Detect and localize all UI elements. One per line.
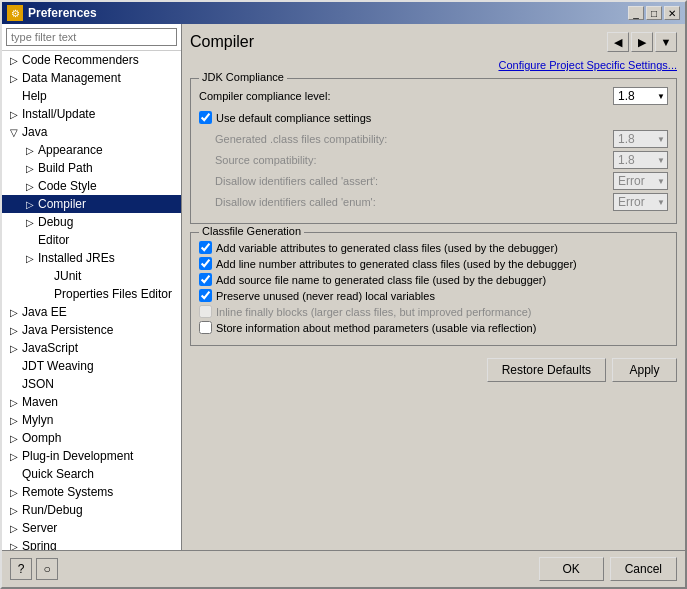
dropdown-arrow-icon: ▼ bbox=[657, 198, 665, 207]
sidebar-item-label: Code Style bbox=[38, 179, 179, 193]
status-button[interactable]: ○ bbox=[36, 558, 58, 580]
disallow-assert-dropdown: Error ▼ bbox=[613, 172, 668, 190]
sidebar-item-properties-files-editor[interactable]: ▷ Properties Files Editor bbox=[2, 285, 181, 303]
sidebar-item-code-recommenders[interactable]: ▷ Code Recommenders bbox=[2, 51, 181, 69]
add-line-number-checkbox[interactable] bbox=[199, 257, 212, 270]
expand-icon: ▷ bbox=[6, 394, 22, 410]
titlebar-left: ⚙ Preferences bbox=[7, 5, 97, 21]
generated-dropdown: 1.8 ▼ bbox=[613, 130, 668, 148]
use-default-checkbox[interactable] bbox=[199, 111, 212, 124]
sidebar-item-label: Compiler bbox=[38, 197, 179, 211]
close-button[interactable]: ✕ bbox=[664, 6, 680, 20]
sidebar-item-quick-search[interactable]: ▷ Quick Search bbox=[2, 465, 181, 483]
generated-row: Generated .class files compatibility: 1.… bbox=[199, 130, 668, 148]
sidebar-item-maven[interactable]: ▷ Maven bbox=[2, 393, 181, 411]
configure-link-container: Configure Project Specific Settings... bbox=[190, 58, 677, 72]
add-source-checkbox[interactable] bbox=[199, 273, 212, 286]
expand-icon: ▷ bbox=[6, 520, 22, 536]
filter-input[interactable] bbox=[6, 28, 177, 46]
window-icon: ⚙ bbox=[7, 5, 23, 21]
titlebar: ⚙ Preferences _ □ ✕ bbox=[2, 2, 685, 24]
sidebar-item-java-persistence[interactable]: ▷ Java Persistence bbox=[2, 321, 181, 339]
store-info-label: Store information about method parameter… bbox=[216, 322, 536, 334]
use-default-label: Use default compliance settings bbox=[216, 112, 371, 124]
sidebar-item-appearance[interactable]: ▷ Appearance bbox=[2, 141, 181, 159]
preferences-window: ⚙ Preferences _ □ ✕ ▷ Code Recommenders bbox=[0, 0, 687, 589]
restore-defaults-button[interactable]: Restore Defaults bbox=[487, 358, 606, 382]
ok-button[interactable]: OK bbox=[539, 557, 604, 581]
jdk-compliance-section: JDK Compliance Compiler compliance level… bbox=[190, 78, 677, 224]
sidebar-item-label: Oomph bbox=[22, 431, 179, 445]
sidebar-item-editor[interactable]: ▷ Editor bbox=[2, 231, 181, 249]
sidebar-item-label: Build Path bbox=[38, 161, 179, 175]
bottom-icons: ? ○ bbox=[10, 558, 58, 580]
sidebar-item-run-debug[interactable]: ▷ Run/Debug bbox=[2, 501, 181, 519]
sidebar-item-label: Plug-in Development bbox=[22, 449, 179, 463]
bottom-buttons: OK Cancel bbox=[539, 557, 677, 581]
add-line-number-label: Add line number attributes to generated … bbox=[216, 258, 577, 270]
sidebar: ▷ Code Recommenders ▷ Data Management ▷ … bbox=[2, 24, 182, 550]
generated-label: Generated .class files compatibility: bbox=[215, 133, 613, 145]
sidebar-item-label: JDT Weaving bbox=[22, 359, 179, 373]
main-content: ▷ Code Recommenders ▷ Data Management ▷ … bbox=[2, 24, 685, 550]
back-button[interactable]: ◀ bbox=[607, 32, 629, 52]
sidebar-item-installed-jres[interactable]: ▷ Installed JREs bbox=[2, 249, 181, 267]
sidebar-item-label: Properties Files Editor bbox=[54, 287, 179, 301]
help-button[interactable]: ? bbox=[10, 558, 32, 580]
sidebar-item-javascript[interactable]: ▷ JavaScript bbox=[2, 339, 181, 357]
sidebar-item-mylyn[interactable]: ▷ Mylyn bbox=[2, 411, 181, 429]
sidebar-item-jdt-weaving[interactable]: ▷ JDT Weaving bbox=[2, 357, 181, 375]
sidebar-item-install-update[interactable]: ▷ Install/Update bbox=[2, 105, 181, 123]
disallow-assert-value: Error bbox=[618, 174, 645, 188]
maximize-button[interactable]: □ bbox=[646, 6, 662, 20]
bottom-bar: ? ○ OK Cancel bbox=[2, 550, 685, 587]
menu-button[interactable]: ▼ bbox=[655, 32, 677, 52]
forward-button[interactable]: ▶ bbox=[631, 32, 653, 52]
source-compat-label: Source compatibility: bbox=[215, 154, 613, 166]
panel-toolbar: ◀ ▶ ▼ bbox=[607, 32, 677, 52]
sidebar-item-code-style[interactable]: ▷ Code Style bbox=[2, 177, 181, 195]
compliance-level-dropdown[interactable]: 1.8 ▼ bbox=[613, 87, 668, 105]
inline-finally-checkbox bbox=[199, 305, 212, 318]
expand-icon: ▷ bbox=[6, 322, 22, 338]
generated-value: 1.8 bbox=[618, 132, 635, 146]
configure-link[interactable]: Configure Project Specific Settings... bbox=[498, 59, 677, 71]
panel-actions: Restore Defaults Apply bbox=[190, 358, 677, 382]
sidebar-item-debug[interactable]: ▷ Debug bbox=[2, 213, 181, 231]
use-default-row: Use default compliance settings bbox=[199, 111, 668, 124]
add-variable-label: Add variable attributes to generated cla… bbox=[216, 242, 558, 254]
sidebar-item-label: Mylyn bbox=[22, 413, 179, 427]
sidebar-item-server[interactable]: ▷ Server bbox=[2, 519, 181, 537]
sidebar-item-oomph[interactable]: ▷ Oomph bbox=[2, 429, 181, 447]
apply-button[interactable]: Apply bbox=[612, 358, 677, 382]
sidebar-item-json[interactable]: ▷ JSON bbox=[2, 375, 181, 393]
tree-area: ▷ Code Recommenders ▷ Data Management ▷ … bbox=[2, 51, 181, 550]
expand-icon: ▷ bbox=[22, 142, 38, 158]
cancel-button[interactable]: Cancel bbox=[610, 557, 677, 581]
sidebar-item-label: Data Management bbox=[22, 71, 179, 85]
preserve-unused-checkbox[interactable] bbox=[199, 289, 212, 302]
sidebar-item-build-path[interactable]: ▷ Build Path bbox=[2, 159, 181, 177]
sidebar-item-label: Java Persistence bbox=[22, 323, 179, 337]
sidebar-item-label: Installed JREs bbox=[38, 251, 179, 265]
sidebar-item-data-management[interactable]: ▷ Data Management bbox=[2, 69, 181, 87]
dropdown-arrow-icon: ▼ bbox=[657, 92, 665, 101]
classfile-generation-section: Classfile Generation Add variable attrib… bbox=[190, 232, 677, 346]
disallow-enum-row: Disallow identifiers called 'enum': Erro… bbox=[199, 193, 668, 211]
sidebar-item-java-ee[interactable]: ▷ Java EE bbox=[2, 303, 181, 321]
expand-icon: ▷ bbox=[6, 106, 22, 122]
minimize-button[interactable]: _ bbox=[628, 6, 644, 20]
right-panel: Compiler ◀ ▶ ▼ Configure Project Specifi… bbox=[182, 24, 685, 550]
sidebar-item-plugin-development[interactable]: ▷ Plug-in Development bbox=[2, 447, 181, 465]
filter-box bbox=[2, 24, 181, 51]
store-info-checkbox[interactable] bbox=[199, 321, 212, 334]
sidebar-item-junit[interactable]: ▷ JUnit bbox=[2, 267, 181, 285]
sidebar-item-remote-systems[interactable]: ▷ Remote Systems bbox=[2, 483, 181, 501]
compliance-level-value: 1.8 bbox=[618, 89, 635, 103]
sidebar-item-spring[interactable]: ▷ Spring bbox=[2, 537, 181, 550]
sidebar-item-java[interactable]: ▽ Java bbox=[2, 123, 181, 141]
add-variable-checkbox[interactable] bbox=[199, 241, 212, 254]
sidebar-item-help[interactable]: ▷ Help bbox=[2, 87, 181, 105]
sidebar-item-compiler[interactable]: ▷ Compiler bbox=[2, 195, 181, 213]
compliance-level-row: Compiler compliance level: 1.8 ▼ bbox=[199, 87, 668, 105]
